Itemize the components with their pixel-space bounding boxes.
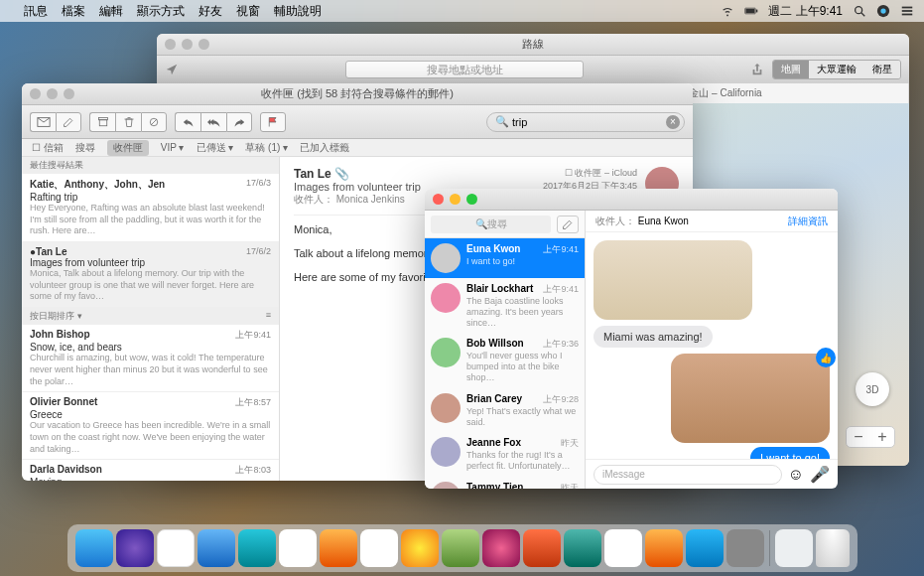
dock-siri[interactable] bbox=[116, 529, 154, 567]
dock-trash[interactable] bbox=[816, 529, 850, 567]
mail-replyall-button[interactable] bbox=[200, 112, 226, 132]
maps-traffic-lights[interactable] bbox=[165, 39, 209, 50]
dock-itunes[interactable] bbox=[604, 529, 642, 567]
mail-row[interactable]: Olivier Bonnet上午8:57 GreeceOur vacation … bbox=[22, 392, 279, 460]
svg-rect-7 bbox=[902, 7, 913, 9]
menu-file[interactable]: 檔案 bbox=[62, 3, 85, 20]
mail-junk-button[interactable] bbox=[141, 112, 167, 132]
avatar bbox=[431, 243, 461, 273]
dock-mail[interactable] bbox=[238, 529, 276, 567]
mail-message-list: 最佳搜尋結果 Katie、Anthony、John、Jen17/6/3 Raft… bbox=[22, 157, 280, 481]
menu-help[interactable]: 輔助說明 bbox=[274, 3, 322, 20]
received-image[interactable] bbox=[594, 240, 752, 320]
microphone-icon[interactable]: 🎤 bbox=[810, 465, 830, 484]
mail-delete-button[interactable] bbox=[115, 112, 141, 132]
menu-edit[interactable]: 編輯 bbox=[99, 3, 123, 20]
compose-message-button[interactable] bbox=[557, 216, 579, 233]
clear-search-icon[interactable]: × bbox=[666, 115, 680, 129]
dock-appstore[interactable] bbox=[686, 529, 724, 567]
chat-recipient[interactable]: Euna Kwon bbox=[638, 216, 689, 226]
messages-search[interactable]: 🔍 搜尋 bbox=[431, 216, 551, 233]
mail-row[interactable]: John Bishop上午9:41 Snow, ice, and bearsCh… bbox=[22, 325, 279, 392]
zoom-out-icon: − bbox=[847, 427, 870, 447]
details-button[interactable]: 詳細資訊 bbox=[788, 215, 828, 228]
dock-notes[interactable] bbox=[360, 529, 398, 567]
dock-calendar[interactable] bbox=[320, 529, 357, 567]
mail-archive-button[interactable] bbox=[89, 112, 115, 132]
mail-title: 收件匣 (找到 58 封符合搜尋條件的郵件) bbox=[261, 86, 454, 101]
dock-reminders[interactable] bbox=[401, 529, 439, 567]
message-input[interactable]: iMessage bbox=[594, 465, 782, 485]
dock-facetime[interactable] bbox=[564, 529, 601, 567]
dock-finder[interactable] bbox=[75, 529, 113, 567]
sent-bubble: I want to go! bbox=[750, 447, 830, 459]
menu-window[interactable]: 視窗 bbox=[236, 3, 260, 20]
menu-bar: 訊息 檔案 編輯 顯示方式 好友 視窗 輔助說明 週二 上午9:41 bbox=[0, 0, 924, 22]
svg-rect-8 bbox=[902, 10, 913, 12]
menu-view[interactable]: 顯示方式 bbox=[137, 3, 185, 20]
dock-separator bbox=[769, 530, 770, 566]
svg-line-4 bbox=[861, 13, 865, 17]
menu-buddies[interactable]: 好友 bbox=[198, 3, 222, 20]
attachment-icon: 📎 bbox=[334, 167, 349, 181]
maps-zoom[interactable]: −+ bbox=[846, 426, 895, 448]
dock-safari[interactable] bbox=[198, 529, 235, 567]
maps-3d-button[interactable]: 3D bbox=[856, 372, 889, 406]
conversation-row[interactable]: Brian Carey上午9:28Yep! That's exactly wha… bbox=[425, 388, 585, 433]
svg-point-3 bbox=[856, 7, 862, 14]
dock bbox=[67, 524, 858, 572]
dock-messages[interactable] bbox=[523, 529, 561, 567]
svg-rect-9 bbox=[902, 14, 913, 16]
mail-compose-button[interactable] bbox=[56, 112, 81, 132]
menu-messages[interactable]: 訊息 bbox=[24, 3, 48, 20]
conversation-row[interactable]: Blair Lockhart上午9:41The Baja coastline l… bbox=[425, 278, 585, 333]
menubar-clock[interactable]: 週二 上午9:41 bbox=[768, 3, 843, 20]
svg-rect-2 bbox=[756, 10, 757, 13]
dock-maps[interactable] bbox=[442, 529, 479, 567]
messages-traffic-lights[interactable] bbox=[433, 194, 477, 205]
dock-launchpad[interactable] bbox=[157, 529, 195, 567]
conversation-row[interactable]: Tammy Tien昨天Appreciate it. I'll definite… bbox=[425, 477, 585, 489]
svg-line-14 bbox=[151, 119, 157, 125]
emoji-icon[interactable]: ☺ bbox=[788, 466, 804, 484]
dock-contacts[interactable] bbox=[279, 529, 317, 567]
dock-downloads[interactable] bbox=[775, 529, 813, 567]
thumbs-up-icon: 👍 bbox=[816, 348, 836, 367]
dock-photos[interactable] bbox=[482, 529, 520, 567]
conversation-row[interactable]: Euna Kwon上午9:41I want to go! bbox=[425, 238, 585, 278]
maps-search[interactable]: 搜尋地點或地址 bbox=[345, 61, 584, 78]
svg-rect-1 bbox=[746, 9, 755, 13]
notification-center-icon[interactable] bbox=[900, 4, 914, 18]
mail-row[interactable]: Darla Davidson上午8:03 MovingAlisha and Ti… bbox=[22, 460, 279, 481]
mail-traffic-lights[interactable] bbox=[30, 88, 74, 99]
svg-rect-12 bbox=[99, 119, 107, 125]
maps-nav-icon[interactable] bbox=[165, 63, 179, 76]
search-icon: 🔍 bbox=[495, 115, 509, 128]
mail-search[interactable]: 🔍 trip × bbox=[486, 112, 685, 132]
svg-point-6 bbox=[880, 8, 885, 13]
mail-reply-button[interactable] bbox=[175, 112, 200, 132]
mail-flag-button[interactable] bbox=[260, 112, 286, 132]
dock-ibooks[interactable] bbox=[645, 529, 683, 567]
sort-icon[interactable]: ≡ bbox=[266, 310, 271, 323]
siri-icon[interactable] bbox=[876, 4, 890, 18]
conversation-row[interactable]: Jeanne Fox昨天Thanks for the rug! It's a p… bbox=[425, 432, 585, 477]
zoom-in-icon: + bbox=[870, 427, 894, 447]
conversation-row[interactable]: Bob Willson上午9:36You'll never guess who … bbox=[425, 333, 585, 387]
mail-row[interactable]: Katie、Anthony、John、Jen17/6/3 Rafting tri… bbox=[22, 174, 279, 242]
maps-title: 路線 bbox=[522, 37, 544, 52]
spotlight-icon[interactable] bbox=[853, 4, 866, 18]
maps-view-segment[interactable]: 地圖 大眾運輸 衛星 bbox=[772, 60, 901, 79]
mail-row[interactable]: ● Tan Le17/6/2 Images from volunteer tri… bbox=[22, 242, 279, 308]
mail-get-button[interactable] bbox=[30, 112, 56, 132]
battery-icon[interactable] bbox=[744, 4, 758, 18]
mail-forward-button[interactable] bbox=[226, 112, 252, 132]
maps-share-icon[interactable] bbox=[750, 63, 764, 76]
sent-image[interactable]: 👍 bbox=[671, 354, 830, 443]
dock-preferences[interactable] bbox=[726, 529, 764, 567]
received-bubble: Miami was amazing! bbox=[594, 326, 713, 348]
wifi-icon[interactable] bbox=[721, 4, 734, 18]
messages-window: 🔍 搜尋 Euna Kwon上午9:41I want to go! Blair … bbox=[425, 189, 838, 489]
